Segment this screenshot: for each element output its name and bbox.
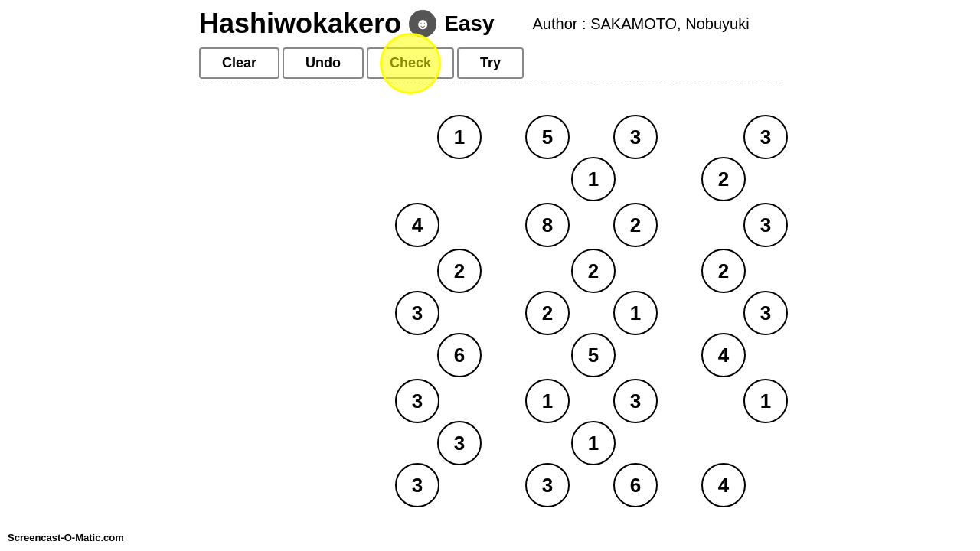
header: Hashiwokakero ☻ Easy Author : SAKAMOTO, … bbox=[0, 0, 980, 44]
node-n4[interactable]: 3 bbox=[743, 115, 788, 159]
node-n25[interactable]: 3 bbox=[437, 421, 482, 465]
node-n1[interactable]: 1 bbox=[437, 115, 482, 159]
node-n15[interactable]: 2 bbox=[525, 291, 570, 335]
node-n5[interactable]: 1 bbox=[571, 157, 616, 201]
node-n19[interactable]: 5 bbox=[571, 333, 616, 377]
node-n22[interactable]: 1 bbox=[525, 379, 570, 423]
node-n27[interactable]: 3 bbox=[395, 463, 439, 507]
check-button[interactable]: Check bbox=[367, 47, 454, 79]
toolbar: Clear Undo Check Try bbox=[0, 44, 980, 83]
node-n30[interactable]: 4 bbox=[701, 463, 746, 507]
node-n10[interactable]: 3 bbox=[743, 203, 788, 247]
node-n9[interactable]: 2 bbox=[613, 203, 658, 247]
node-n11[interactable]: 2 bbox=[437, 249, 482, 293]
node-n14[interactable]: 3 bbox=[395, 291, 439, 335]
node-n3[interactable]: 3 bbox=[613, 115, 658, 159]
node-n26[interactable]: 1 bbox=[571, 421, 616, 465]
puzzle-icon: ☻ bbox=[409, 10, 436, 37]
node-n8[interactable]: 8 bbox=[525, 203, 570, 247]
node-n7[interactable]: 4 bbox=[395, 203, 439, 247]
node-n28[interactable]: 3 bbox=[525, 463, 570, 507]
node-n18[interactable]: 6 bbox=[437, 333, 482, 377]
game-title: Hashiwokakero bbox=[199, 8, 401, 40]
puzzle-area: 153312482322232136543131313364 bbox=[199, 83, 980, 543]
node-n29[interactable]: 6 bbox=[613, 463, 658, 507]
watermark: Screencast-O-Matic.com bbox=[8, 532, 124, 543]
try-button[interactable]: Try bbox=[457, 47, 524, 79]
node-n16[interactable]: 1 bbox=[613, 291, 658, 335]
node-n6[interactable]: 2 bbox=[701, 157, 746, 201]
node-n24[interactable]: 1 bbox=[743, 379, 788, 423]
difficulty-label: Easy bbox=[444, 11, 494, 36]
node-n13[interactable]: 2 bbox=[701, 249, 746, 293]
clear-button[interactable]: Clear bbox=[199, 47, 279, 79]
node-n2[interactable]: 5 bbox=[525, 115, 570, 159]
node-n20[interactable]: 4 bbox=[701, 333, 746, 377]
node-n21[interactable]: 3 bbox=[395, 379, 439, 423]
undo-button[interactable]: Undo bbox=[283, 47, 364, 79]
node-n12[interactable]: 2 bbox=[571, 249, 616, 293]
node-n17[interactable]: 3 bbox=[743, 291, 788, 335]
node-n23[interactable]: 3 bbox=[613, 379, 658, 423]
check-button-wrapper: Check bbox=[367, 47, 454, 79]
author-label: Author : SAKAMOTO, Nobuyuki bbox=[533, 15, 750, 33]
